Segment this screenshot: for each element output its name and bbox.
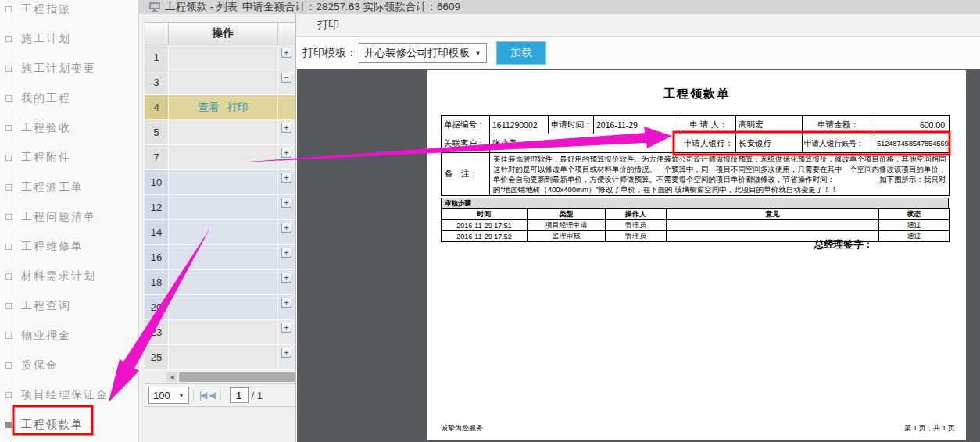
collapse-icon[interactable]: − xyxy=(281,73,291,83)
table-row[interactable]: 5+ xyxy=(145,120,295,145)
prev-page-icon[interactable]: ◀ xyxy=(209,390,214,401)
field-label: 申请金额： xyxy=(803,116,874,134)
sidebar-item-label: 项目经理保证金 xyxy=(21,388,109,402)
sidebar-item-quality-deposit[interactable]: 质保金 xyxy=(0,356,139,375)
expand-icon[interactable]: + xyxy=(281,273,291,283)
table-row-selected[interactable]: 4查看打印 xyxy=(145,95,295,120)
pagination-bar: 100 ▼ |◀ ◀ / 1 xyxy=(145,383,295,407)
row-number: 25 xyxy=(145,345,169,369)
expand-icon[interactable]: + xyxy=(281,223,291,233)
table-row[interactable]: 3− xyxy=(145,70,295,95)
note-content: 美佳装饰管理软件，最好用的预算报价软件。为方便装饰公司设计师做报价预算，系统做优… xyxy=(490,153,950,196)
table-row[interactable]: 20+ xyxy=(145,295,295,320)
tree-node-icon xyxy=(5,244,12,250)
sidebar-item-project-payment-voucher[interactable]: 工程领款单 xyxy=(0,415,139,434)
row-number: 16 xyxy=(145,245,169,269)
review-cell: 监理审核 xyxy=(528,231,606,242)
row-number: 3 xyxy=(145,70,169,94)
review-col-header: 类型 xyxy=(528,209,606,220)
sidebar-item-material-demand-plan[interactable]: 材料需求计划 xyxy=(0,267,139,286)
table-row[interactable]: 23+ xyxy=(145,320,295,345)
table-row[interactable]: 12+ xyxy=(145,195,295,220)
row-number: 5 xyxy=(145,120,169,144)
review-steps-table: 时间 类型 操作人 意见 状态 2016-11-29 17:51 项目经理申请 … xyxy=(441,208,950,242)
tree-node-icon xyxy=(5,66,12,72)
expand-icon[interactable]: + xyxy=(281,148,291,158)
field-value-amount: 600.00 xyxy=(874,116,950,134)
table-row[interactable]: 18+ xyxy=(145,270,295,295)
load-button[interactable]: 加载 xyxy=(496,41,546,65)
sidebar-item-project-acceptance[interactable]: 工程验收 xyxy=(0,119,139,137)
sidebar-item-property-deposit[interactable]: 物业押金 xyxy=(0,326,139,345)
sidebar-item-pm-deposit[interactable]: 项目经理保证金 xyxy=(0,386,139,405)
field-value-customer: 张小美 xyxy=(490,134,681,153)
manager-signature-label: 总经理签字： xyxy=(814,238,873,251)
note-line: 的“地面铺地砖（400x400mm）”修改了单价，在下面的 玻璃橱窗空间中，此项… xyxy=(493,184,946,194)
expand-icon[interactable]: + xyxy=(281,123,291,133)
review-col-header: 操作人 xyxy=(606,209,667,220)
expand-icon[interactable]: + xyxy=(281,323,291,333)
review-cell: 管理员 xyxy=(606,231,667,242)
current-page-input[interactable] xyxy=(230,387,249,403)
tree-node-icon xyxy=(5,422,12,428)
sidebar-item-project-repair-order[interactable]: 工程维修单 xyxy=(0,237,139,256)
table-row[interactable]: 16+ xyxy=(145,245,295,270)
sidebar-item-project-work-order[interactable]: 工程派工单 xyxy=(0,178,139,197)
row-number: 12 xyxy=(145,195,169,219)
note-line: 美佳装饰管理软件，最好用的预算报价软件。为方便装饰公司设计师做报价预算，系统做优… xyxy=(493,154,946,164)
field-label: 申请时间： xyxy=(549,116,594,134)
note-line: 这针对的是可以修改单个项目或材料单价的情况。一个预算中，同一项目不同空间多次使用… xyxy=(493,164,946,174)
expand-icon[interactable]: + xyxy=(281,198,291,208)
sidebar-item-project-attachment[interactable]: 工程附件 xyxy=(0,148,139,167)
table-row[interactable]: 10+ xyxy=(145,170,295,195)
row-number: 4 xyxy=(145,95,169,119)
document-page: 工程领款单 单据编号： 1611290002 申请时间： 2016-11-29 … xyxy=(427,70,966,440)
page-totals: 申请金额合计：28257.63 实际领款合计：6609 xyxy=(242,0,460,14)
divider xyxy=(220,390,221,401)
row-number: 7 xyxy=(145,145,169,169)
field-value-account: 51248745854785456984 xyxy=(874,134,950,153)
expand-icon[interactable]: + xyxy=(281,298,291,308)
sidebar-item-construction-plan[interactable]: 施工计划 xyxy=(0,30,139,48)
sidebar-item-project-dispatch[interactable]: 工程指派 xyxy=(0,0,139,19)
template-label: 打印模板： xyxy=(302,46,357,60)
review-cell: 通过 xyxy=(879,231,950,242)
horizontal-scrollbar[interactable]: ◀ xyxy=(145,372,295,382)
expand-icon[interactable]: + xyxy=(281,348,291,358)
page-size-select[interactable]: 100 ▼ xyxy=(148,387,189,404)
review-cell xyxy=(667,220,879,231)
field-value-bank: 长安银行 xyxy=(736,134,803,153)
sidebar-item-label: 工程验收 xyxy=(21,121,71,135)
row-number: 1 xyxy=(145,45,169,70)
review-cell: 通过 xyxy=(879,220,950,231)
sidebar-item-project-query[interactable]: 工程查询 xyxy=(0,297,139,315)
sidebar-item-construction-plan-change[interactable]: 施工计划变更 xyxy=(0,59,139,78)
expand-icon[interactable]: + xyxy=(281,173,291,183)
table-row[interactable]: 25+ xyxy=(145,345,295,370)
field-label: 关联客户： xyxy=(442,134,490,153)
sidebar-item-my-projects[interactable]: 我的工程 xyxy=(0,89,139,108)
review-row: 2016-11-29 17:52 监理审核 管理员 通过 xyxy=(442,231,950,242)
sidebar-item-project-issue-list[interactable]: 工程问题清单 xyxy=(0,208,139,226)
scroll-left-icon[interactable]: ◀ xyxy=(166,372,177,382)
sidebar-item-label: 材料需求计划 xyxy=(21,269,96,283)
template-select-value: 开心装修公司打印模板 xyxy=(364,46,470,60)
expand-icon[interactable]: + xyxy=(281,48,291,58)
tree-node-icon xyxy=(5,36,12,42)
field-label: 申请人银行账号： xyxy=(803,134,874,153)
template-select[interactable]: 开心装修公司打印模板 ▼ xyxy=(359,43,487,63)
first-page-icon[interactable]: |◀ xyxy=(199,390,206,401)
row-number: 18 xyxy=(145,270,169,294)
table-row[interactable]: 7+ xyxy=(145,145,295,170)
scrollbar-thumb[interactable] xyxy=(179,372,295,382)
expand-icon[interactable]: + xyxy=(281,248,291,258)
document-header-table: 单据编号： 1611290002 申请时间： 2016-11-29 申 请 人：… xyxy=(441,115,950,196)
table-row[interactable]: 1+ xyxy=(145,45,295,70)
table-row[interactable]: 14+ xyxy=(145,220,295,245)
sidebar-item-label: 施工计划变更 xyxy=(21,62,96,76)
print-link[interactable]: 打印 xyxy=(227,101,249,115)
page-indicator: 第 1 页，共 1 页 xyxy=(904,423,955,433)
view-link[interactable]: 查看 xyxy=(199,101,220,115)
tree-node-icon xyxy=(5,303,12,309)
field-value-apply-time: 2016-11-29 xyxy=(594,116,681,134)
